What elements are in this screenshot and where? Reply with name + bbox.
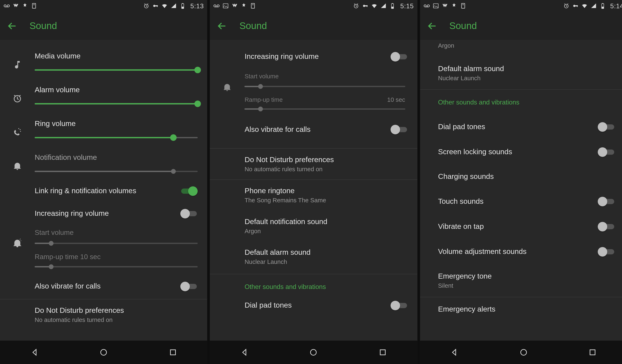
nav-recent-icon[interactable] bbox=[588, 348, 597, 357]
back-button[interactable] bbox=[7, 20, 17, 31]
image-icon bbox=[222, 3, 229, 9]
also-vibrate-switch[interactable] bbox=[390, 125, 408, 134]
svg-point-16 bbox=[363, 5, 365, 7]
ramp-up-value: 10 sec bbox=[387, 96, 405, 103]
nav-back-icon[interactable] bbox=[30, 348, 39, 357]
back-button[interactable] bbox=[217, 20, 227, 31]
nav-recent-icon[interactable] bbox=[168, 348, 177, 357]
bell-icon bbox=[13, 161, 22, 172]
ramp-up-slider bbox=[245, 105, 405, 114]
screen-lock-sounds-switch[interactable] bbox=[598, 147, 615, 157]
svg-rect-23 bbox=[380, 350, 385, 355]
status-time: 5:13 bbox=[190, 2, 204, 10]
increasing-ring-switch[interactable] bbox=[180, 209, 198, 218]
svg-point-22 bbox=[311, 349, 316, 355]
screen-3: 5:14 Sound Argon Default alarm sound Nuc… bbox=[420, 0, 622, 364]
vibrate-on-tap-switch[interactable] bbox=[598, 222, 615, 231]
svg-rect-21 bbox=[392, 3, 393, 4]
battery-card-icon bbox=[460, 3, 466, 9]
vibrate-on-tap-label: Vibrate on tap bbox=[438, 222, 598, 231]
ring-icon bbox=[13, 128, 22, 139]
screen-1: 5:13 Sound Media volume Al bbox=[0, 0, 207, 364]
nav-back-icon[interactable] bbox=[240, 348, 249, 357]
svg-rect-18 bbox=[367, 5, 368, 7]
svg-rect-33 bbox=[602, 3, 603, 4]
nav-back-icon[interactable] bbox=[450, 348, 459, 357]
ramp-up-slider bbox=[35, 263, 198, 271]
link-volumes-switch[interactable] bbox=[180, 186, 198, 196]
notification-volume-label: Notification volume bbox=[35, 153, 198, 162]
status-bar: 5:15 bbox=[210, 0, 417, 12]
emergency-tone-row[interactable]: Emergency tone Silent bbox=[420, 264, 622, 297]
screen-lock-sounds-row[interactable]: Screen locking sounds bbox=[420, 139, 622, 165]
also-vibrate-label: Also vibrate for calls bbox=[245, 125, 386, 134]
increasing-ring-label: Increasing ring volume bbox=[35, 209, 180, 218]
ring-volume-slider[interactable] bbox=[35, 134, 198, 142]
svg-rect-30 bbox=[577, 5, 577, 7]
alarm-sound-label: Default alarm sound bbox=[245, 248, 408, 257]
prev-item-tail[interactable]: Argon bbox=[420, 40, 622, 57]
alarm-sound-row[interactable]: Default alarm sound Nuclear Launch bbox=[420, 57, 622, 89]
emergency-alerts-row[interactable]: Emergency alerts bbox=[420, 297, 622, 322]
status-time: 5:14 bbox=[610, 2, 622, 10]
other-sounds-header: Other sounds and vibrations bbox=[420, 90, 622, 115]
ringtone-sub: The Song Remains The Same bbox=[245, 197, 408, 204]
dialpad-tones-switch[interactable] bbox=[598, 122, 615, 132]
dialpad-tones-label: Dial pad tones bbox=[245, 301, 386, 310]
image-icon bbox=[432, 3, 439, 9]
leaf-icon bbox=[22, 3, 28, 9]
touch-sounds-row[interactable]: Touch sounds bbox=[420, 189, 622, 214]
also-vibrate-label: Also vibrate for calls bbox=[35, 282, 180, 291]
media-volume-slider[interactable] bbox=[35, 66, 198, 75]
svg-rect-7 bbox=[182, 7, 184, 8]
vpn-key-icon bbox=[362, 3, 369, 9]
dnd-label: Do Not Disturb preferences bbox=[245, 156, 408, 164]
svg-rect-32 bbox=[602, 7, 603, 8]
dnd-row[interactable]: Do Not Disturb preferences No automatic … bbox=[210, 149, 417, 179]
dialpad-tones-switch[interactable] bbox=[390, 301, 408, 310]
increasing-ring-switch[interactable] bbox=[390, 52, 408, 61]
wifi-icon bbox=[581, 3, 588, 9]
vibrate-on-tap-row[interactable]: Vibrate on tap bbox=[420, 214, 622, 239]
touch-sounds-switch[interactable] bbox=[598, 197, 615, 206]
also-vibrate-row[interactable]: Also vibrate for calls bbox=[210, 114, 417, 141]
voicemail-icon bbox=[3, 3, 10, 9]
dnd-item[interactable]: Do Not Disturb preferences No automatic … bbox=[35, 306, 207, 323]
app-header: Sound bbox=[210, 12, 417, 40]
page-title: Sound bbox=[29, 20, 57, 31]
leaf-icon bbox=[450, 3, 457, 9]
screen-2: 5:15 Sound Increasing ring volume Start … bbox=[210, 0, 417, 364]
nav-home-icon[interactable] bbox=[519, 348, 528, 357]
link-volumes-label: Link ring & notification volumes bbox=[35, 187, 180, 195]
leaf-icon bbox=[241, 3, 247, 9]
ringtone-row[interactable]: Phone ringtone The Song Remains The Same bbox=[210, 180, 417, 211]
dnd-label: Do Not Disturb preferences bbox=[35, 306, 198, 315]
volume-adjust-sounds-row[interactable]: Volume adjustment sounds bbox=[420, 239, 622, 264]
notification-sound-label: Default notification sound bbox=[245, 217, 408, 226]
voicemail-icon bbox=[213, 3, 220, 9]
also-vibrate-switch[interactable] bbox=[180, 282, 198, 291]
vanced-icon bbox=[441, 3, 448, 9]
battery-icon bbox=[599, 3, 606, 9]
emergency-alerts-label: Emergency alerts bbox=[438, 305, 615, 314]
alarm-volume-slider[interactable] bbox=[35, 100, 198, 108]
nav-recent-icon[interactable] bbox=[378, 348, 387, 357]
dialpad-tones-row[interactable]: Dial pad tones bbox=[420, 115, 622, 139]
notification-sound-row[interactable]: Default notification sound Argon bbox=[210, 211, 417, 241]
svg-point-10 bbox=[101, 349, 107, 355]
emergency-tone-sub: Silent bbox=[438, 282, 615, 289]
increasing-ring-row[interactable]: Increasing ring volume bbox=[210, 40, 417, 68]
nav-home-icon[interactable] bbox=[309, 348, 318, 357]
alarm-sound-row[interactable]: Default alarm sound Nuclear Launch bbox=[210, 241, 417, 272]
emergency-tone-label: Emergency tone bbox=[438, 272, 615, 281]
status-bar: 5:13 bbox=[0, 0, 207, 12]
dialpad-tones-row[interactable]: Dial pad tones bbox=[210, 299, 417, 314]
bell-ring-icon bbox=[222, 82, 232, 94]
touch-sounds-label: Touch sounds bbox=[438, 197, 598, 206]
alarm-sound-label: Default alarm sound bbox=[438, 64, 615, 73]
nav-home-icon[interactable] bbox=[99, 348, 108, 357]
back-button[interactable] bbox=[427, 20, 437, 31]
volume-adjust-sounds-switch[interactable] bbox=[598, 247, 615, 257]
charging-sounds-row[interactable]: Charging sounds bbox=[420, 165, 622, 189]
svg-point-3 bbox=[153, 5, 155, 7]
